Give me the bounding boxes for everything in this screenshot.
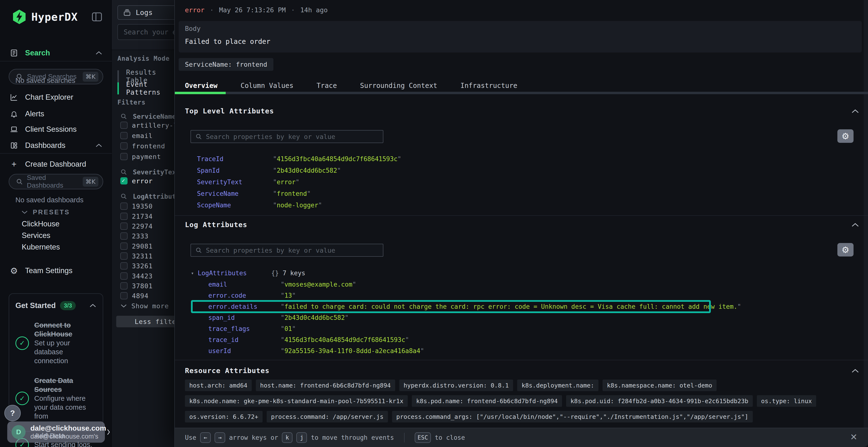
filter-option[interactable]: 29081 xyxy=(120,241,153,251)
filter-option[interactable]: 34423 xyxy=(120,271,153,281)
attribute-key[interactable]: SeverityText xyxy=(197,178,273,186)
sidebar-item-alerts[interactable]: Alerts xyxy=(0,107,112,121)
mode-event-patterns[interactable]: Event Patterns xyxy=(117,82,174,94)
checkbox[interactable] xyxy=(120,222,128,230)
attribute-key[interactable]: trace_id xyxy=(208,336,281,343)
filter-option[interactable]: 32311 xyxy=(120,251,153,261)
resource-chip[interactable]: k8s.node.name: gke-pme-k8s-standard-main… xyxy=(185,395,408,407)
filter-option[interactable]: artillery-loa xyxy=(120,120,174,131)
saved-dashboards-input[interactable]: Saved Dashboards ⌘K xyxy=(9,174,103,189)
checkbox[interactable] xyxy=(120,243,128,250)
tab-column-values[interactable]: Column Values xyxy=(241,82,293,90)
close-panel-button[interactable]: ✕ xyxy=(850,432,858,442)
checkbox[interactable] xyxy=(120,213,128,220)
resource-chip[interactable]: k8s.namespace.name: otel-demo xyxy=(602,380,717,391)
filter-option[interactable]: payment xyxy=(120,151,161,162)
attribute-value[interactable]: error xyxy=(277,178,296,186)
attribute-value[interactable]: 2b43d0c4dd6bc582 xyxy=(277,167,337,174)
attribute-row[interactable]: error.code "13" xyxy=(208,290,858,301)
resource-chip[interactable]: host.name: frontend-6b6c8d7bfd-ng894 xyxy=(256,380,395,391)
attribute-key[interactable]: trace_flags xyxy=(208,325,281,332)
top-level-search[interactable] xyxy=(190,130,383,143)
checkbox[interactable] xyxy=(120,252,128,260)
filter-option[interactable]: 22974 xyxy=(120,221,153,232)
chevron-up-icon[interactable] xyxy=(89,304,96,308)
resource-chip[interactable]: hyperdx.distro.version: 0.8.1 xyxy=(399,380,513,391)
attribute-key[interactable]: LogAttributes xyxy=(198,270,271,277)
top-level-settings-button[interactable]: ⚙ xyxy=(837,129,854,143)
resource-chip[interactable]: k8s.deployment.name: xyxy=(517,380,598,391)
attribute-row[interactable]: email "vmoses@example.com" xyxy=(208,279,858,290)
attribute-key[interactable]: error.details xyxy=(208,303,281,310)
attribute-value[interactable]: vmoses@example.com xyxy=(284,281,352,288)
resource-chip[interactable]: os.version: 6.6.72+ xyxy=(185,411,262,422)
attribute-value[interactable]: failed to charge card: could not charge … xyxy=(284,303,737,310)
search-icon[interactable] xyxy=(120,193,127,200)
sidebar-item-kubernetes[interactable]: Kubernetes xyxy=(0,240,112,254)
filter-option[interactable]: 2333 xyxy=(120,231,149,241)
tab-infrastructure[interactable]: Infrastructure xyxy=(461,82,518,90)
attribute-row-highlighted[interactable]: error.details "failed to charge card: co… xyxy=(208,301,858,312)
checkbox[interactable] xyxy=(120,203,128,210)
filter-option[interactable]: 37801 xyxy=(120,281,153,291)
search-icon[interactable] xyxy=(120,169,127,175)
get-started-step[interactable]: ✓ Connect to ClickHouse Set up your data… xyxy=(16,321,96,366)
log-attributes-search-input[interactable] xyxy=(206,247,375,254)
attribute-row[interactable]: span_id "2b43d0c4dd6bc582" xyxy=(208,312,858,323)
log-attributes-settings-button[interactable]: ⚙ xyxy=(837,243,854,256)
less-filters-button[interactable]: Less filters xyxy=(116,316,174,327)
resource-chip[interactable]: process.command_args: ["/usr/local/bin/n… xyxy=(392,411,753,422)
checkbox[interactable] xyxy=(120,142,128,149)
sidebar-item-search[interactable]: Search xyxy=(0,46,112,60)
attribute-value[interactable]: 4156d3fbc40a64854d9dc7f68641593c xyxy=(284,336,405,343)
user-menu[interactable]: D dale@clickhouse.com dale@clickhouse.co… xyxy=(7,421,105,443)
attribute-key[interactable]: ScopeName xyxy=(197,202,273,209)
attribute-key[interactable]: error.code xyxy=(208,292,281,299)
attribute-value[interactable]: 13 xyxy=(284,292,292,299)
attribute-row[interactable]: ScopeName "node-logger" xyxy=(197,199,858,211)
checkbox[interactable] xyxy=(120,282,128,289)
log-attributes-root-row[interactable]: ▾ LogAttributes {} 7 keys xyxy=(175,267,305,279)
checkbox[interactable] xyxy=(120,232,128,240)
attribute-row[interactable]: TraceId "4156d3fbc40a64854d9dc7f68641593… xyxy=(197,153,858,165)
top-level-search-input[interactable] xyxy=(206,133,375,140)
create-dashboard-button[interactable]: + Create Dashboard xyxy=(0,157,112,171)
resource-chip[interactable]: k8s.pod.uid: f284fb2d-a0b3-4634-991b-e2c… xyxy=(566,395,753,407)
sidebar-item-team-settings[interactable]: ⚙ Team Settings xyxy=(0,264,112,278)
events-search-input[interactable] xyxy=(117,24,174,40)
attribute-row[interactable]: SeverityText "error" xyxy=(197,176,858,188)
attribute-key[interactable]: TraceId xyxy=(197,156,273,163)
attribute-value[interactable]: 01 xyxy=(284,325,292,332)
chevron-up-icon[interactable] xyxy=(851,222,859,227)
checkbox[interactable] xyxy=(120,272,128,280)
attribute-value[interactable]: 4156d3fbc40a64854d9dc7f68641593c xyxy=(277,156,398,163)
attribute-row[interactable]: trace_flags "01" xyxy=(208,323,858,334)
checkbox[interactable] xyxy=(120,153,128,160)
attribute-key[interactable]: span_id xyxy=(208,314,281,321)
attribute-value[interactable]: 92a55156-39a4-11f0-8ddd-a2eca416a8a4 xyxy=(284,347,421,354)
attribute-key[interactable]: SpanId xyxy=(197,167,273,174)
collapse-sidebar-icon[interactable] xyxy=(91,11,103,23)
checkbox[interactable] xyxy=(120,292,128,299)
show-more-button[interactable]: Show more xyxy=(120,301,169,311)
attribute-value[interactable]: frontend xyxy=(277,190,307,197)
checkbox[interactable] xyxy=(120,262,128,270)
checkbox[interactable] xyxy=(120,132,128,139)
sidebar-item-chart-explorer[interactable]: Chart Explorer xyxy=(0,90,112,105)
search-icon[interactable] xyxy=(120,113,127,120)
checkbox-checked[interactable] xyxy=(120,177,128,184)
filter-option[interactable]: 33261 xyxy=(120,261,153,271)
attribute-key[interactable]: ServiceName xyxy=(197,190,273,197)
log-attributes-search[interactable] xyxy=(190,244,383,257)
attribute-row[interactable]: trace_id "4156d3fbc40a64854d9dc7f6864159… xyxy=(208,334,858,345)
attribute-row[interactable]: SpanId "2b43d0c4dd6bc582" xyxy=(197,165,858,176)
resource-chip[interactable]: k8s.pod.name: frontend-6b6c8d7bfd-ng894 xyxy=(412,395,562,407)
filter-option-checked[interactable]: error xyxy=(120,176,153,186)
attribute-row[interactable]: ServiceName "frontend" xyxy=(197,188,858,199)
attribute-key[interactable]: userId xyxy=(208,347,281,354)
checkbox[interactable] xyxy=(120,122,128,129)
filter-option[interactable]: 19350 xyxy=(120,201,153,211)
tab-surrounding-context[interactable]: Surrounding Context xyxy=(360,82,437,90)
filter-option[interactable]: 4894 xyxy=(120,290,149,301)
caret-down-icon[interactable]: ▾ xyxy=(191,270,198,276)
